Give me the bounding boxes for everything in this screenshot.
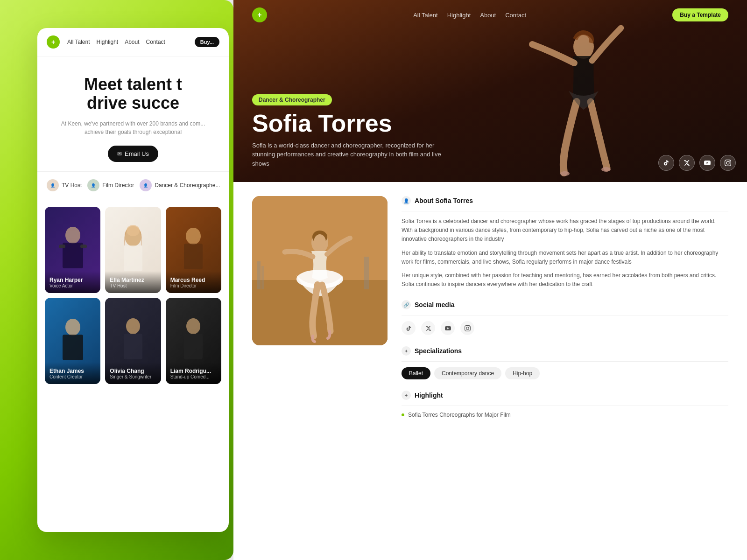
- photo-column: [252, 196, 388, 546]
- svg-point-12: [126, 318, 140, 334]
- left-nav-links: All Talent Highlight About Contact: [67, 39, 165, 45]
- ballet-photo-svg: [252, 196, 388, 345]
- talent-card-olivia[interactable]: Olivia Chang Singer & Songwriter: [105, 298, 161, 384]
- svg-point-17: [560, 171, 570, 176]
- svg-point-7: [127, 225, 140, 236]
- hero-content: Dancer & Choreographer Sofia Torres Sofi…: [252, 94, 448, 168]
- liam-overlay: Liam Rodrigu... Stand-up Comed...: [166, 362, 221, 384]
- hero-instagram-icon[interactable]: [720, 155, 736, 171]
- nav-highlight-right[interactable]: Highlight: [447, 12, 471, 19]
- ethan-svg: [54, 313, 92, 369]
- instagram-icon-detail[interactable]: [460, 321, 474, 335]
- right-panel: + All Talent Highlight About Contact Buy…: [233, 0, 747, 560]
- talent-card-liam[interactable]: Liam Rodrigu... Stand-up Comed...: [166, 298, 221, 384]
- nav-highlight-left[interactable]: Highlight: [96, 39, 118, 45]
- svg-rect-4: [80, 245, 87, 248]
- marcus-overlay: Marcus Reed Film Director: [166, 271, 221, 293]
- svg-rect-27: [364, 257, 369, 289]
- highlight-section: ✦ Highlight Sofia Torres Choreographs fo…: [402, 391, 728, 418]
- about-header: 👤 About Sofia Torres: [402, 196, 728, 205]
- marcus-svg: [175, 222, 212, 278]
- hero-name: Sofia Torres: [252, 111, 448, 135]
- left-nav: + All Talent Highlight About Contact Buy…: [37, 28, 229, 56]
- social-icon-header: 🔗: [402, 300, 411, 309]
- filter-avatar-film: 👤: [87, 179, 99, 191]
- marcus-role: Film Director: [170, 283, 217, 288]
- x-icon-detail[interactable]: [421, 321, 435, 335]
- svg-point-18: [601, 167, 611, 172]
- highlight-header: ✦ Highlight: [402, 391, 728, 400]
- nav-about-right[interactable]: About: [480, 12, 496, 19]
- hero-social-icons: [658, 155, 736, 171]
- svg-rect-13: [124, 334, 142, 359]
- liam-name: Liam Rodrigu...: [170, 368, 217, 374]
- talent-card-ella[interactable]: Ella Martinez TV Host: [105, 207, 161, 293]
- nav-contact-left[interactable]: Contact: [146, 39, 165, 45]
- spec-tags: Ballet Contemporary dance Hip-hop: [402, 367, 728, 379]
- ethan-overlay: Ethan James Content Creator: [45, 362, 100, 384]
- social-icons-row: [402, 321, 728, 335]
- talent-card-ethan[interactable]: Ethan James Content Creator: [45, 298, 100, 384]
- svg-rect-15: [184, 334, 203, 359]
- svg-point-10: [65, 319, 80, 336]
- ryan-role: Voice Actor: [49, 283, 96, 288]
- about-para3: Her unique style, combined with her pass…: [402, 271, 728, 289]
- nav-all-talent-left[interactable]: All Talent: [67, 39, 90, 45]
- hero-title: Meet talent t drive succe: [51, 75, 215, 112]
- about-section: 👤 About Sofia Torres Sofia Torres is a c…: [402, 196, 728, 289]
- about-divider: [402, 211, 728, 211]
- highlight-divider: [402, 406, 728, 406]
- right-nav-links: All Talent Highlight About Contact: [413, 12, 526, 19]
- dancer-figure: [514, 9, 654, 182]
- svg-rect-25: [257, 261, 261, 289]
- talent-card-marcus[interactable]: Marcus Reed Film Director: [166, 207, 221, 293]
- svg-rect-11: [63, 335, 83, 360]
- ethan-role: Content Creator: [49, 374, 96, 379]
- olivia-role: Singer & Songwriter: [110, 374, 156, 379]
- filter-film-director[interactable]: 👤 Film Director: [87, 179, 134, 191]
- spec-title: Specializations: [415, 347, 462, 355]
- talent-card-ryan[interactable]: Ryan Harper Voice Actor: [45, 207, 100, 293]
- svg-point-8: [186, 228, 201, 245]
- spec-hiphop[interactable]: Hip-hop: [505, 367, 540, 379]
- svg-rect-26: [261, 266, 264, 289]
- buy-template-button[interactable]: Buy a Template: [672, 8, 728, 21]
- ella-svg: [114, 222, 152, 278]
- spec-ballet[interactable]: Ballet: [402, 367, 430, 379]
- ryan-svg: [54, 222, 92, 278]
- hero-youtube-icon[interactable]: [699, 155, 715, 171]
- left-logo[interactable]: +: [47, 35, 60, 49]
- tiktok-icon-detail[interactable]: [402, 321, 416, 335]
- specializations-section: ✦ Specializations Ballet Contemporary da…: [402, 346, 728, 379]
- info-column: 👤 About Sofia Torres Sofia Torres is a c…: [402, 196, 728, 546]
- dancer-svg: [514, 9, 654, 182]
- svg-rect-9: [184, 244, 203, 269]
- filter-tv-host[interactable]: 👤 TV Host: [47, 179, 82, 191]
- hero-image-area: + All Talent Highlight About Contact Buy…: [233, 0, 747, 182]
- left-card: + All Talent Highlight About Contact Buy…: [37, 28, 229, 532]
- buy-btn-left[interactable]: Buy...: [195, 37, 219, 47]
- olivia-name: Olivia Chang: [110, 368, 156, 374]
- email-button[interactable]: Email Us: [108, 146, 158, 162]
- nav-about-left[interactable]: About: [125, 39, 139, 45]
- about-para2: Her ability to translate emotion and sto…: [402, 249, 728, 266]
- filter-label-film: Film Director: [102, 182, 134, 189]
- hero-x-icon[interactable]: [679, 155, 695, 171]
- hero-tiktok-icon[interactable]: [658, 155, 674, 171]
- liam-role: Stand-up Comed...: [170, 374, 217, 379]
- spec-contemporary[interactable]: Contemporary dance: [434, 367, 501, 379]
- nav-contact-right[interactable]: Contact: [505, 12, 526, 19]
- right-logo[interactable]: +: [252, 7, 267, 22]
- hero-description-left: At Keen, we've partnered with over 200 b…: [51, 119, 215, 136]
- top-right-nav: + All Talent Highlight About Contact Buy…: [233, 0, 747, 30]
- filter-row: 👤 TV Host 👤 Film Director 👤 Dancer & Cho…: [37, 171, 229, 199]
- olivia-overlay: Olivia Chang Singer & Songwriter: [105, 362, 161, 384]
- talent-grid: Ryan Harper Voice Actor Ella Martinez: [37, 199, 229, 392]
- svg-rect-6: [124, 245, 142, 271]
- filter-dancer[interactable]: 👤 Dancer & Choreographe...: [140, 179, 220, 191]
- dancer-tag: Dancer & Choreographer: [252, 94, 332, 105]
- svg-point-24: [314, 234, 326, 249]
- youtube-icon-detail[interactable]: [441, 321, 455, 335]
- spec-divider: [402, 361, 728, 362]
- nav-all-talent-right[interactable]: All Talent: [413, 12, 438, 19]
